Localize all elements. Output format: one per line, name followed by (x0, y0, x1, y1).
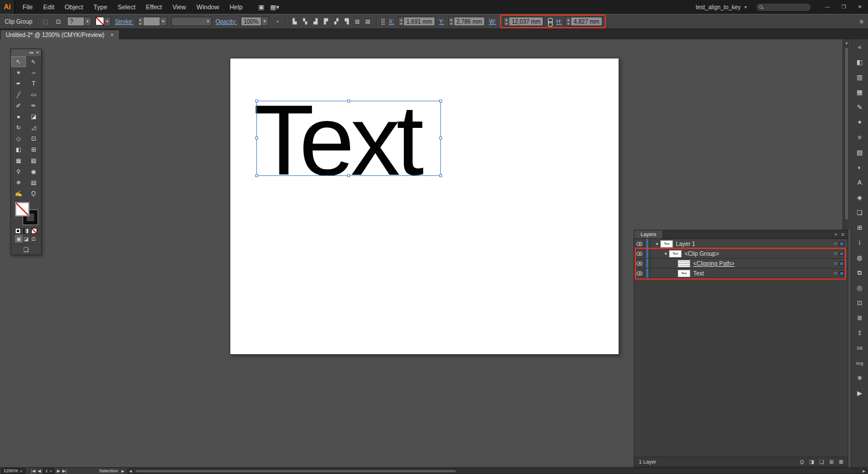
last-artboard-button[interactable]: ▶| (62, 469, 67, 473)
stroke-link[interactable]: Stroke: (115, 19, 134, 25)
eyedropper-tool[interactable]: ⚲ (11, 166, 26, 177)
draw-inside-icon[interactable]: ⊡ (30, 235, 37, 242)
fill-color-dropdown[interactable]: ▼ (95, 17, 111, 26)
y-label[interactable]: Y: (439, 19, 444, 25)
recolor-artwork-icon[interactable]: ◔ (273, 17, 282, 26)
color-button[interactable] (15, 228, 21, 234)
arrange-documents-icon[interactable]: ▦▾ (270, 3, 279, 11)
brushes-panel-icon[interactable]: ✎ (853, 101, 867, 113)
tab-layers[interactable]: Layers (634, 230, 663, 238)
type-tool[interactable]: T (26, 78, 41, 89)
symbols-panel-icon[interactable]: ✦ (853, 116, 867, 128)
selection-handle[interactable] (439, 100, 442, 102)
selection-indicator[interactable] (840, 252, 844, 256)
previous-artboard-button[interactable]: ◀ (38, 469, 41, 473)
layer-name[interactable]: Layer 1 (676, 241, 695, 247)
symbol-sprayer-tool[interactable]: ✵ (11, 177, 26, 188)
selection-handle[interactable] (347, 100, 350, 102)
eraser-tool[interactable]: ◪ (26, 111, 41, 122)
target-icon[interactable]: ○ (832, 260, 840, 266)
selection-indicator[interactable] (840, 271, 844, 275)
menu-file[interactable]: File (17, 0, 38, 14)
transparency-panel-icon[interactable]: ◐ (853, 161, 867, 173)
target-icon[interactable]: ○ (832, 241, 840, 247)
edit-contents-button[interactable]: ⊡ (54, 17, 63, 26)
selection-indicator[interactable] (840, 242, 844, 246)
graphic-styles-panel-icon[interactable]: ◈ (853, 192, 867, 203)
selection-bounding-box[interactable] (256, 101, 441, 176)
layer-name[interactable]: <Clip Group> (685, 251, 719, 257)
selection-indicator[interactable] (840, 262, 844, 266)
artboards-panel-icon[interactable]: ❏ (853, 207, 867, 218)
target-icon[interactable]: ○ (832, 270, 840, 276)
scroll-up-icon[interactable]: ▲ (843, 39, 850, 46)
scale-tool[interactable]: ◿ (26, 122, 41, 133)
vertical-scroll-thumb[interactable] (844, 47, 849, 221)
restore-button[interactable]: ❐ (836, 0, 852, 14)
x-stepper[interactable]: ▲▼ (398, 17, 403, 26)
close-button[interactable]: ✕ (852, 0, 868, 14)
visibility-toggle[interactable] (634, 269, 645, 278)
layer-row[interactable]: TextText○ (634, 269, 848, 278)
collapse-to-icons-icon[interactable]: » (834, 232, 837, 237)
expander-icon[interactable]: ▼ (654, 242, 660, 246)
menu-type[interactable]: Type (89, 0, 113, 14)
selection-handle[interactable] (347, 174, 350, 177)
layer-thumbnail[interactable]: Text (678, 270, 690, 277)
menu-select[interactable]: Select (112, 0, 141, 14)
tools-panel-header[interactable]: ◂◂ ✕ (11, 49, 41, 56)
stroke-panel-icon[interactable]: ≡ (853, 131, 867, 143)
edit-clipping-path-button[interactable]: ⬚ (41, 17, 50, 26)
visibility-toggle[interactable] (634, 259, 645, 268)
h-field[interactable]: ▲▼ 4,827 mm (565, 17, 602, 26)
draw-behind-icon[interactable]: ◪ (23, 235, 30, 242)
style-dropdown[interactable]: ? ▼ (67, 17, 91, 26)
color-themes-panel-icon[interactable]: ◍ (853, 252, 867, 263)
opacity-link[interactable]: Opacity: (216, 19, 237, 25)
new-layer-icon[interactable]: ⊞ (829, 459, 834, 465)
constrain-proportions-icon[interactable] (547, 18, 553, 25)
appearance-panel-icon[interactable]: A (853, 177, 867, 188)
menu-edit[interactable]: Edit (38, 0, 60, 14)
artboard-number-dropdown[interactable]: 1 ▼ (43, 468, 55, 474)
menu-view[interactable]: View (167, 0, 192, 14)
x-label[interactable]: X: (389, 19, 394, 25)
mesh-tool[interactable]: ▦ (11, 155, 26, 166)
next-artboard-button[interactable]: ▶ (57, 469, 60, 473)
swatches-panel-icon[interactable]: ▦ (853, 86, 867, 98)
panel-menu-icon[interactable]: ≡ (841, 232, 844, 237)
magic-wand-tool[interactable]: ✶ (11, 67, 26, 78)
rotate-tool[interactable]: ↻ (11, 122, 26, 133)
layer-row[interactable]: <Clipping Path>○ (634, 259, 848, 269)
perspective-grid-tool[interactable]: ⊞ (26, 144, 41, 155)
align-horizontal-right-icon[interactable]: ▟ (311, 17, 320, 25)
actions-panel-icon[interactable]: ▶ (853, 387, 867, 399)
selection-handle[interactable] (255, 137, 258, 139)
align-horizontal-left-icon[interactable]: ▙ (290, 17, 299, 25)
brush-definition-dropdown[interactable]: ▼ (171, 17, 212, 26)
menu-window[interactable]: Window (192, 0, 225, 14)
sb-panel-icon[interactable]: SB (853, 342, 867, 354)
vertical-scrollbar[interactable]: ▲ (843, 39, 850, 230)
minimize-button[interactable]: — (819, 0, 836, 14)
bridge-icon[interactable]: ▣ (258, 3, 264, 11)
svg-panel-icon[interactable]: svg (853, 357, 867, 369)
distribute-horizontal-icon[interactable]: ▥ (353, 17, 362, 25)
layer-row[interactable]: ▼Text<Clip Group>○ (634, 249, 848, 259)
column-graph-tool[interactable]: ▤ (26, 177, 41, 188)
search-input[interactable] (756, 3, 811, 12)
locate-object-icon[interactable]: Ϙ (800, 459, 804, 465)
w-value[interactable]: 12,037 mm (509, 17, 543, 26)
transform-panel-icon[interactable]: ⊡ (853, 297, 867, 308)
w-field[interactable]: ▲▼ 12,037 mm (503, 17, 543, 26)
menu-object[interactable]: Object (60, 0, 89, 14)
reference-point-proxy-icon[interactable]: ⣿ (381, 18, 385, 25)
gradient-panel-icon[interactable]: ▧ (853, 146, 867, 158)
none-button[interactable] (31, 228, 37, 234)
stroke-weight-combo[interactable]: ▲▼ ▼ (138, 17, 167, 26)
first-artboard-button[interactable]: |◀ (31, 469, 35, 473)
h-value[interactable]: 4,827 mm (571, 17, 602, 26)
width-tool[interactable]: ◇ (11, 133, 26, 144)
color-guide-panel-icon[interactable]: ▥ (853, 71, 867, 83)
asset-export-panel-icon[interactable]: ⇪ (853, 327, 867, 339)
